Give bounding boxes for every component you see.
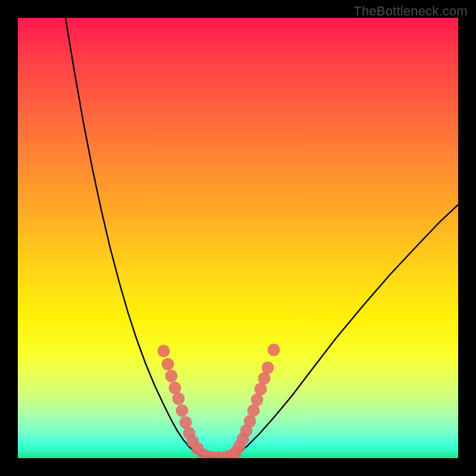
data-marker [180,416,192,429]
watermark-text: TheBottleneck.com [353,4,468,19]
data-marker [158,345,170,358]
data-marker [165,370,178,383]
data-marker [258,372,271,385]
outer-frame: TheBottleneck.com [0,0,476,476]
data-marker [251,394,264,406]
data-marker [169,382,181,394]
data-marker [173,393,185,405]
data-marker [268,344,280,356]
marker-group [158,344,280,459]
data-marker [244,415,256,428]
data-marker [248,405,260,417]
chart-svg [18,18,458,458]
data-marker [162,358,174,371]
data-marker [176,405,189,417]
data-marker [262,362,274,374]
data-marker [255,383,267,396]
plot-area [18,18,458,458]
